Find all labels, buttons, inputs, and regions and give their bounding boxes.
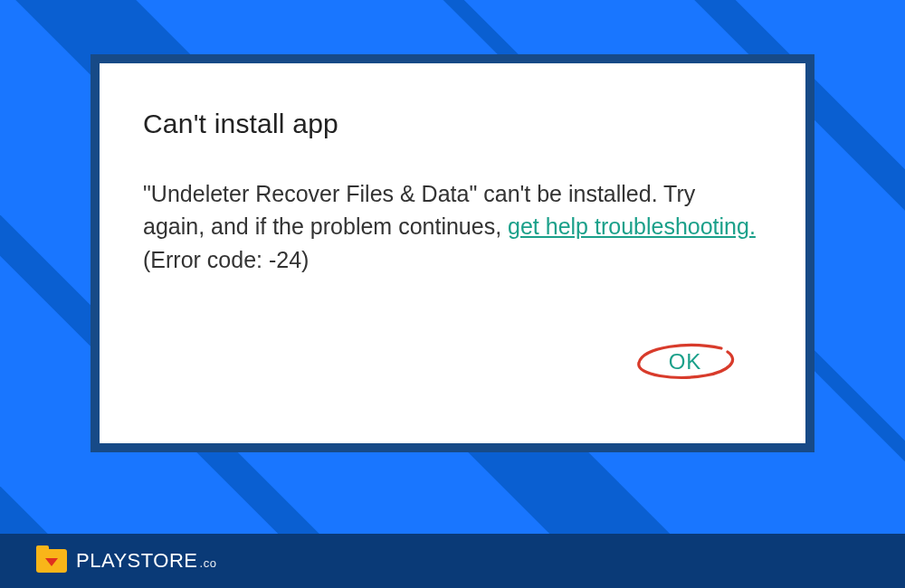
brand-tld: .co xyxy=(200,556,217,570)
brand-label: PLAYSTORE.co xyxy=(76,549,216,573)
dialog-actions: OK xyxy=(143,339,762,384)
dialog-frame: Can't install app "Undeleter Recover Fil… xyxy=(90,54,814,452)
ok-button-highlight: OK xyxy=(626,339,744,384)
dialog-body-post: (Error code: -24) xyxy=(143,247,309,272)
playstore-folder-icon xyxy=(36,547,67,574)
ok-button[interactable]: OK xyxy=(669,349,702,375)
background: Can't install app "Undeleter Recover Fil… xyxy=(0,0,905,588)
brand-name: PLAYSTORE xyxy=(76,549,198,573)
dialog-body: "Undeleter Recover Files & Data" can't b… xyxy=(143,177,762,276)
troubleshoot-link[interactable]: get help troubleshooting. xyxy=(508,213,756,239)
error-dialog: Can't install app "Undeleter Recover Fil… xyxy=(100,63,805,443)
footer-bar: PLAYSTORE.co xyxy=(0,534,905,588)
dialog-title: Can't install app xyxy=(143,109,762,139)
